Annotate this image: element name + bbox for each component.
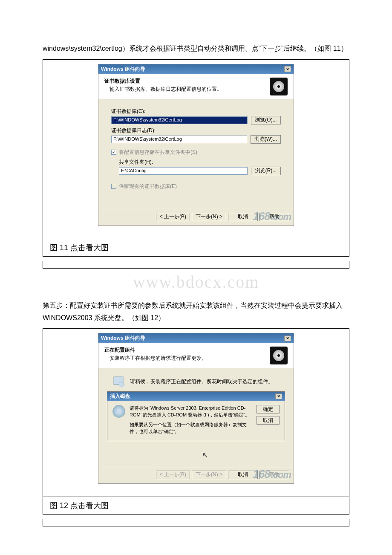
input-cert-log[interactable]: F:\WINDOWS\system32\CertLog (111, 136, 247, 143)
titlebar: Windows 组件向导 × (98, 333, 294, 343)
step5-paragraph: 第五步：配置好安装证书所需要的参数后系统就开始安装该组件，当然在安装过程中会提示… (43, 300, 349, 324)
label-shared: 将配置信息存储在共享文件夹中(S) (119, 149, 197, 156)
help-button[interactable]: 帮助 (259, 213, 289, 221)
close-icon[interactable]: × (275, 393, 282, 399)
popup-text-2: 如果要从另一个位置（如一个软盘或网络服务器）复制文件，也可以单击“确定”。 (130, 422, 252, 435)
setup-icon (111, 374, 126, 389)
close-icon[interactable]: × (284, 66, 291, 72)
header-subtitle: 安装程序正在根据您的请求进行配置更改。 (104, 355, 207, 362)
window-title: Windows 组件向导 (101, 335, 145, 342)
input-share-folder[interactable]: F:\CAConfig (119, 167, 248, 175)
insert-disk-popup: 插入磁盘 × 请将标为 'Windows Server 2003, Enterp… (107, 391, 285, 441)
figure-12-caption: 图 12 点击看大图 (43, 497, 349, 514)
checkbox-keep (111, 184, 116, 189)
wizard-dialog-2: Windows 组件向导 × 正在配置组件 安装程序正在根据您的请求进行配置更改… (98, 333, 294, 484)
browse-log-button[interactable]: 浏览(W)... (251, 135, 281, 144)
figure-11-caption: 图 11 点击看大图 (43, 239, 349, 256)
cancel-button[interactable]: 取消 (228, 471, 258, 479)
watermark-bdocx: www.bdocx.com (43, 272, 349, 292)
wizard-icon (270, 347, 288, 364)
figure-12: Windows 组件向导 × 正在配置组件 安装程序正在根据您的请求进行配置更改… (43, 328, 349, 515)
window-title: Windows 组件向导 (101, 66, 145, 73)
label-share-folder: 共享文件夹(H): (111, 159, 281, 166)
label-keep: 保留现有的证书数据库(E) (119, 183, 177, 190)
back-button: < 上一步(B) (156, 471, 190, 479)
header-title: 证书数据库设置 (104, 78, 222, 86)
titlebar: Windows 组件向导 × (98, 64, 294, 74)
ok-button[interactable]: 确定 (257, 405, 280, 413)
next-button: 下一步(N) > (192, 471, 226, 479)
cd-icon (112, 405, 125, 418)
wizard-dialog-1: Windows 组件向导 × 证书数据库设置 输入证书数据库、数据库日志和配置信… (98, 64, 294, 226)
browse-share-button[interactable]: 浏览(R)... (251, 167, 281, 175)
checkbox-shared[interactable]: ✓ (111, 150, 116, 155)
popup-cancel-button[interactable]: 取消 (257, 416, 280, 425)
close-icon[interactable]: × (284, 335, 291, 341)
next-button[interactable]: 下一步(N) > (192, 213, 226, 221)
wait-text: 请稍候，安装程序正在配置组件。所花时间取决于选定的组件。 (130, 378, 273, 385)
popup-text-1: 请将标为 'Windows Server 2003, Enterprise Ed… (130, 405, 252, 418)
intro-paragraph: windows\system32\certlog）系统才会根据证书类型自动分类和… (43, 43, 349, 55)
header-title: 正在配置组件 (104, 347, 207, 355)
cancel-button[interactable]: 取消 (228, 213, 258, 221)
header-subtitle: 输入证书数据库、数据库日志和配置信息的位置。 (104, 86, 222, 93)
label-cert-log: 证书数据库日志(D): (111, 127, 281, 134)
help-button: 帮助 (259, 471, 289, 479)
label-cert-db: 证书数据库(C): (111, 108, 281, 115)
wizard-icon (270, 78, 288, 95)
figure-11: Windows 组件向导 × 证书数据库设置 输入证书数据库、数据库日志和配置信… (43, 59, 349, 257)
browse-db-button[interactable]: 浏览(O)... (251, 116, 281, 124)
back-button[interactable]: < 上一步(B) (156, 213, 190, 221)
input-cert-db[interactable]: F:\WINDOWS\system32\CertLog (111, 116, 248, 124)
svg-point-1 (119, 382, 124, 387)
popup-title: 插入磁盘 (110, 393, 130, 400)
cursor-icon: ↖ (202, 451, 208, 460)
